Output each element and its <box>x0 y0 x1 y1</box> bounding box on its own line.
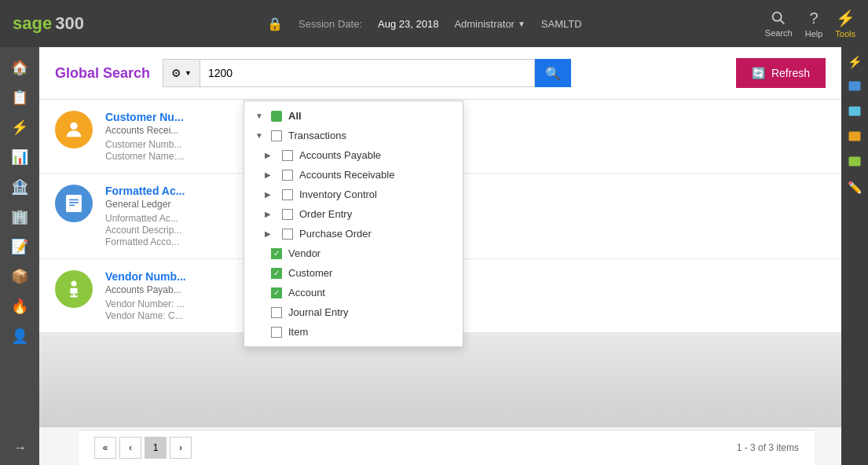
rp-pencil-item[interactable]: ✏️ <box>843 176 866 200</box>
result-icon-3 <box>55 270 93 308</box>
dd-arrow-ic: ▶ <box>265 190 276 199</box>
dd-item-accounts-receivable[interactable]: ▶ Accounts Receivable <box>244 165 463 185</box>
dd-item-accounts-payable[interactable]: ▶ Accounts Payable <box>244 145 463 165</box>
result-field-2-3: Formatted Acco... <box>105 236 826 247</box>
search-input[interactable] <box>200 59 535 87</box>
dd-arrow-ap: ▶ <box>265 151 276 159</box>
page-prev-button[interactable]: ‹ <box>119 437 141 459</box>
svg-rect-3 <box>849 107 861 116</box>
dd-label-ic: Inventory Control <box>299 189 377 200</box>
top-bar: sage 300 🔒 Session Date: Aug 23, 2018 Ad… <box>0 0 868 47</box>
sidebar-item-logout[interactable]: → <box>4 437 35 465</box>
dd-item-item[interactable]: ▶ Item <box>244 322 463 342</box>
sidebar-item-box[interactable]: 📦 <box>4 262 35 291</box>
rp-item-3[interactable] <box>843 126 866 149</box>
result-field-2-1: Unformatted Ac... <box>105 213 826 224</box>
dd-label-item: Item <box>288 326 308 338</box>
search-go-icon: 🔍 <box>545 67 561 80</box>
sidebar-item-fire[interactable]: 🔥 <box>4 292 35 320</box>
dd-item-transactions[interactable]: ▼ Transactions <box>244 126 463 145</box>
sidebar-item-home[interactable]: 🏠 <box>4 53 35 82</box>
result-field-3-2: Vendor Name: C... <box>105 310 826 321</box>
result-field-2-2: Account Descrip... <box>105 225 826 236</box>
pagination-bar: « ‹ 1 › 1 - 3 of 3 items <box>79 430 815 465</box>
sidebar-item-bank[interactable]: 🏦 <box>4 173 35 201</box>
refresh-button[interactable]: 🔄 Refresh <box>736 58 826 88</box>
dd-item-account[interactable]: ▶ ✓ Account <box>244 283 463 302</box>
dd-item-inventory[interactable]: ▶ Inventory Control <box>244 185 463 204</box>
dd-checkbox-transactions <box>271 130 282 141</box>
dd-checkbox-customer: ✓ <box>271 268 282 279</box>
result-details-2: Formatted Ac... General Ledger Unformatt… <box>105 185 826 247</box>
page-first-button[interactable]: « <box>94 437 116 459</box>
session-date: Aug 23, 2018 <box>378 18 438 30</box>
logo-area: sage 300 <box>13 13 84 34</box>
svg-rect-7 <box>67 196 82 212</box>
search-nav-icon <box>770 9 787 27</box>
search-header: Global Search ⚙ ▼ 🔍 🔄 Refresh <box>39 47 841 100</box>
result-details-1: Customer Nu... Accounts Recei... Custome… <box>105 111 826 162</box>
admin-button[interactable]: Administrator ▼ <box>454 18 525 30</box>
sidebar-item-lightning[interactable]: ⚡ <box>4 113 35 141</box>
dd-checkbox-all <box>271 111 282 122</box>
dd-checkbox-item <box>271 327 282 338</box>
dd-arrow-ar: ▶ <box>265 170 276 179</box>
result-title-3: Vendor Numb... <box>105 270 826 283</box>
dd-label-ar: Accounts Receivable <box>299 169 394 181</box>
result-details-3: Vendor Numb... Accounts Payab... Vendor … <box>105 270 826 321</box>
dd-arrow-po: ▶ <box>265 229 276 238</box>
page-next-button[interactable]: › <box>170 437 192 459</box>
dd-item-all[interactable]: ▼ All <box>244 106 463 126</box>
sidebar-item-building[interactable]: 🏢 <box>4 203 35 231</box>
tools-nav-button[interactable]: ⚡ Tools <box>835 9 855 38</box>
result-fields-3: Vendor Number: ... Vendor Name: C... <box>105 298 826 321</box>
help-icon: ? <box>809 9 818 27</box>
result-title-1: Customer Nu... <box>105 111 826 123</box>
gear-icon: ⚙ <box>171 67 181 79</box>
page-title: Global Search <box>55 65 150 82</box>
result-field-1-2: Customer Name:... <box>105 151 826 162</box>
dd-checkbox-oe <box>282 209 293 220</box>
dd-arrow-oe: ▶ <box>265 210 276 218</box>
search-bar: ⚙ ▼ 🔍 <box>163 59 571 87</box>
dd-label-all: All <box>288 110 302 122</box>
dd-expand-transactions: ▼ <box>254 130 265 141</box>
sage-logo-text: sage <box>13 13 52 34</box>
rp-item-2[interactable] <box>843 101 866 124</box>
sidebar-item-user[interactable]: 👤 <box>4 322 35 350</box>
sidebar-item-memo[interactable]: 📝 <box>4 233 35 261</box>
tools-icon: ⚡ <box>836 9 855 27</box>
dd-label-oe: Order Entry <box>299 208 352 220</box>
dd-item-customer[interactable]: ▶ ✓ Customer <box>244 263 463 283</box>
filter-dropdown: ▼ All ▼ Transactions ▶ Accounts Payable … <box>244 101 463 347</box>
dd-item-order-entry[interactable]: ▶ Order Entry <box>244 204 463 224</box>
sage-logo: sage 300 <box>13 13 84 34</box>
search-go-button[interactable]: 🔍 <box>535 59 571 87</box>
dd-item-vendor[interactable]: ▶ ✓ Vendor <box>244 243 463 263</box>
dd-checkbox-ic <box>282 189 293 200</box>
top-nav-buttons: Search ? Help ⚡ Tools <box>765 9 855 38</box>
dd-label-po: Purchase Order <box>299 228 372 240</box>
search-gear-button[interactable]: ⚙ ▼ <box>163 59 200 87</box>
session-label: Session Date: <box>298 18 362 30</box>
search-nav-button[interactable]: Search <box>765 9 793 38</box>
svg-rect-5 <box>849 157 861 167</box>
result-fields-1: Customer Numb... Customer Name:... <box>105 139 826 162</box>
rp-lightning-item[interactable]: ⚡ <box>843 50 866 74</box>
dd-label-ap: Accounts Payable <box>299 149 381 161</box>
refresh-icon: 🔄 <box>752 67 765 79</box>
rp-item-4[interactable] <box>843 151 866 174</box>
help-nav-button[interactable]: ? Help <box>805 9 823 38</box>
dd-item-purchase-order[interactable]: ▶ Purchase Order <box>244 224 463 243</box>
session-info: 🔒 Session Date: Aug 23, 2018 Administrat… <box>267 16 582 31</box>
page-current-button[interactable]: 1 <box>145 437 167 459</box>
admin-dropdown-arrow: ▼ <box>518 20 526 28</box>
dd-label-transactions: Transactions <box>288 130 346 141</box>
dd-expand-all: ▼ <box>254 111 265 122</box>
dd-item-journal[interactable]: ▶ Journal Entry <box>244 302 463 322</box>
sage-300-text: 300 <box>55 13 84 34</box>
svg-line-1 <box>781 20 785 24</box>
sidebar-item-chart[interactable]: 📊 <box>4 143 35 171</box>
rp-item-1[interactable] <box>843 75 866 99</box>
sidebar-item-list[interactable]: 📋 <box>4 83 35 112</box>
